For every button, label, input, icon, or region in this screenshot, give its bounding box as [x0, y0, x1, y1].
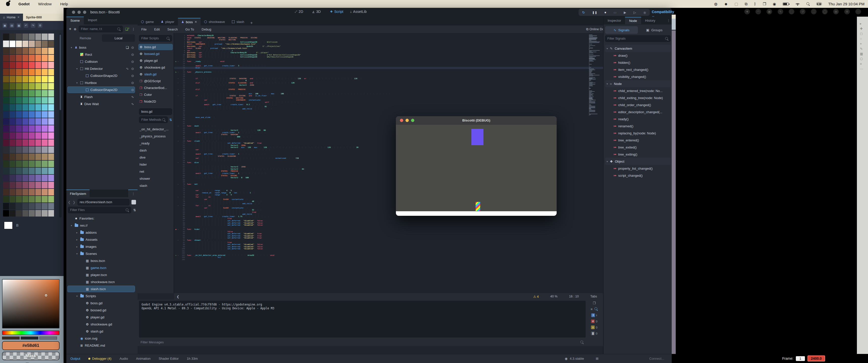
gutter-mark[interactable] — [174, 256, 178, 259]
palette-swatch[interactable] — [9, 146, 16, 153]
copy-icon[interactable]: ❐ — [593, 301, 596, 305]
palette-swatch[interactable] — [23, 55, 29, 61]
palette-swatch[interactable] — [29, 146, 35, 153]
gutter-mark[interactable] — [174, 218, 178, 220]
code-line[interactable]: 90 — [174, 226, 603, 229]
script-list-item[interactable]: ⚙shockwave.gd — [137, 64, 174, 71]
mask-color-button[interactable]: Mask — [2, 352, 60, 360]
scene-tree-row[interactable]: ▾ Hit Detector ∿⊙ — [68, 65, 135, 72]
palette-swatch[interactable] — [35, 132, 41, 139]
palette-swatch[interactable] — [9, 154, 16, 160]
gutter-mark[interactable] — [174, 67, 178, 69]
visibility-eye-icon[interactable]: ⊙ — [131, 67, 134, 71]
palette-swatch[interactable] — [9, 182, 16, 188]
palette-swatch[interactable] — [48, 139, 54, 146]
palette-swatch[interactable] — [16, 97, 22, 104]
palette-swatch[interactable] — [9, 90, 16, 97]
palette-swatch[interactable] — [42, 62, 48, 68]
method-list-item[interactable]: dash — [137, 147, 174, 154]
palette-swatch[interactable] — [9, 34, 16, 40]
expander-icon[interactable]: ▾ — [75, 295, 79, 297]
gutter-mark[interactable] — [174, 125, 178, 127]
messages-filter-badge[interactable]: 3 — [591, 314, 595, 317]
filesystem-row[interactable]: ▦ boss.tscn — [68, 257, 135, 264]
palette-swatch[interactable] — [9, 125, 16, 132]
gutter-mark[interactable] — [174, 153, 178, 155]
palette-swatch[interactable] — [3, 125, 9, 132]
palette-swatch[interactable] — [23, 146, 29, 153]
palette-swatch[interactable] — [9, 210, 16, 217]
palette-swatch[interactable] — [29, 210, 35, 217]
palette-swatch[interactable] — [23, 90, 29, 97]
gutter-mark[interactable] — [174, 183, 178, 186]
gutter-mark[interactable] — [174, 127, 178, 130]
palette-swatch[interactable] — [9, 83, 16, 90]
attach-script-icon[interactable]: ❏+ — [125, 27, 129, 31]
scene-dock-menu-icon[interactable]: ⋮ — [132, 27, 135, 31]
palette-swatch[interactable] — [35, 83, 41, 90]
code-line[interactable]: 15 await┆ get_tree┆ ┆ ┆ create_timer┆ 3┆… — [174, 65, 603, 67]
palette-swatch[interactable] — [48, 132, 54, 139]
palette-swatch[interactable] — [48, 182, 54, 188]
palette-swatch[interactable] — [35, 118, 41, 125]
palette-swatch[interactable] — [29, 203, 35, 209]
code-minimap[interactable] — [589, 35, 600, 116]
palette-swatch[interactable] — [35, 182, 41, 188]
gutter-mark[interactable] — [174, 117, 178, 119]
palette-swatch[interactable] — [35, 189, 41, 195]
palette-swatch[interactable] — [35, 90, 41, 97]
bottom-tab-shader-editor[interactable]: Shader Editor — [155, 357, 183, 361]
close-window-button[interactable] — [72, 10, 75, 14]
gutter-mark[interactable] — [174, 241, 178, 244]
debug-zoom-button[interactable] — [411, 119, 414, 122]
palette-swatch[interactable] — [23, 182, 29, 188]
gutter-mark[interactable] — [174, 239, 178, 241]
breadcrumb-collapse-icon[interactable]: ❮ — [174, 295, 179, 298]
signal-row[interactable]: ↦script_changed() — [605, 172, 671, 179]
palette-swatch[interactable] — [29, 69, 35, 75]
palette-swatch[interactable] — [3, 139, 9, 146]
mini-swatch[interactable] — [21, 336, 38, 339]
code-line[interactable]: 11@onready┆ var┆ ┆ ┆ ┆ ┆ ┆ ┆ ┆ ┆ ┆ ┆ ┆ C… — [174, 56, 603, 58]
gutter-mark[interactable] — [174, 136, 178, 138]
script-list-item[interactable]: ❒@GDScript — [137, 78, 174, 85]
scene-tree-row[interactable]: ⧗ Dive Wait ∿ — [68, 100, 135, 107]
scene-tree-row[interactable]: ▾♟ boss ❏⊙ — [68, 44, 135, 51]
gutter-mark[interactable] — [174, 50, 178, 52]
gutter-mark[interactable]: ↻ — [174, 61, 178, 63]
add-node-button[interactable]: + — [69, 27, 71, 32]
palette-swatch[interactable] — [48, 118, 54, 125]
palette-swatch[interactable] — [9, 76, 16, 82]
signal-row[interactable]: ↦renamed() — [605, 123, 671, 130]
palette-swatch[interactable] — [16, 210, 22, 217]
undo-icon[interactable]: ↶ — [24, 23, 28, 28]
palette-swatch[interactable] — [35, 76, 41, 82]
close-tab-icon[interactable]: ✕ — [18, 15, 20, 19]
palette-swatch[interactable] — [42, 41, 48, 47]
script-list-item[interactable]: ❒Color — [137, 91, 174, 98]
code-line[interactable]: 9@onready┆ var┆ ┆ ┆ ┆ ┆ ┆ ┆ ┆ ┆ Characte… — [174, 52, 603, 54]
palette-swatch[interactable] — [16, 90, 22, 97]
signal-row[interactable]: ↦replacing_by(node: Node) — [605, 130, 671, 137]
expander-icon[interactable]: ▾ — [75, 81, 79, 84]
palette-swatch[interactable] — [16, 118, 22, 125]
script-list-item[interactable]: ❒Node2D — [137, 98, 174, 105]
code-line[interactable]: 32 ┆ ┆ ┆ ┆ ┆ ┆ ┆ ┆ ┆ ┆ ┆ ┆ ┆ ┆ ┆ ┆ ┆ ┆ ┆… — [174, 101, 603, 104]
palette-swatch[interactable] — [9, 168, 16, 174]
filesystem-menu-icon[interactable]: ⋮ — [128, 190, 137, 197]
scene-tab-shockwave[interactable]: shockwave — [200, 18, 228, 26]
palette-swatch[interactable] — [29, 161, 35, 167]
palette-swatch[interactable] — [23, 203, 29, 209]
palette-swatch[interactable] — [42, 196, 48, 202]
code-line[interactable]: 17 — [174, 69, 603, 71]
filesystem-row[interactable]: ⚙ bossed.gd — [68, 306, 135, 314]
code-line[interactable]: 88 ┆ ┆ ┆ ┆ ┆ ┆ ┆ ┆ ┆ ┆ set_deferred┆ "di… — [174, 222, 603, 224]
visibility-eye-icon[interactable]: ⊙ — [131, 74, 134, 78]
gutter-mark[interactable] — [174, 226, 178, 229]
code-line[interactable]: 25 — [174, 86, 603, 89]
filesystem-row[interactable]: ▦ slash.tscn — [68, 285, 135, 292]
expander-icon[interactable]: ▾ — [70, 46, 73, 49]
palette-swatch[interactable] — [48, 125, 54, 132]
palette-swatch[interactable] — [42, 189, 48, 195]
palette-swatch[interactable] — [23, 125, 29, 132]
